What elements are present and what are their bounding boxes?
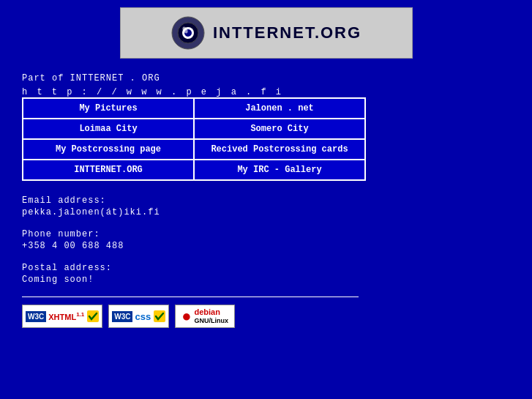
xhtml-w3c-label: W3C [26, 311, 46, 322]
nav-item-somero-city[interactable]: Somero City [194, 119, 365, 139]
nav-item-loimaa-city[interactable]: Loimaa City [23, 119, 194, 139]
debian-sub: GNU/Linux [194, 317, 228, 325]
nav-item-irc-gallery[interactable]: My IRC - Gallery [194, 160, 365, 180]
nav-item-postcrossing-page[interactable]: My Postcrossing page [23, 139, 194, 160]
nav-item-postcrossing-cards[interactable]: Recived Postcrossing cards [194, 139, 365, 160]
divider [22, 297, 359, 297]
phone-value: +358 4 00 688 488 [22, 241, 510, 251]
debian-name: debian [194, 307, 228, 317]
header-title: INTTERNET.ORG [213, 23, 361, 42]
phone-section: Phone number: +358 4 00 688 488 [22, 229, 510, 251]
header-banner: INTTERNET.ORG [120, 7, 413, 59]
debian-logo-icon: ● [181, 307, 191, 326]
debian-text: debian GNU/Linux [194, 307, 228, 325]
css-checkmark-icon [154, 310, 165, 322]
badge-row: W3C XHTML1.1 W3C css ● [22, 305, 510, 328]
xhtml-label: XHTML1.1 [48, 311, 84, 321]
xhtml-checkmark-icon [87, 310, 99, 322]
badge-css[interactable]: W3C css [108, 305, 169, 328]
email-label: Email address: [22, 195, 510, 206]
postal-section: Postal address: Coming soon! [22, 263, 510, 285]
phone-label: Phone number: [22, 229, 510, 239]
badge-debian[interactable]: ● debian GNU/Linux [175, 305, 235, 328]
email-section: Email address: pekka.jalonen(át)iki.fi [22, 195, 510, 217]
nav-item-my-pictures[interactable]: My Pictures [23, 98, 194, 119]
css-label: css [135, 311, 151, 322]
postal-label: Postal address: [22, 263, 510, 273]
main-content: Part of INTTERNET . ORG h t t p : / / w … [0, 59, 532, 335]
intternet-logo-icon [171, 15, 206, 51]
badge-xhtml[interactable]: W3C XHTML1.1 [22, 305, 102, 328]
nav-item-intternet-org[interactable]: INTTERNET.ORG [23, 160, 194, 180]
email-value: pekka.jalonen(át)iki.fi [22, 207, 510, 217]
postal-value: Coming soon! [22, 275, 510, 285]
subtitle-text: Part of INTTERNET . ORG [22, 73, 510, 83]
nav-table: My Pictures Jalonen . net Loimaa City So… [22, 97, 366, 181]
nav-item-jalonen-net[interactable]: Jalonen . net [194, 98, 365, 119]
url-link[interactable]: h t t p : / / w w w . p e j a . f i [22, 87, 283, 97]
css-w3c-label: W3C [112, 311, 132, 322]
